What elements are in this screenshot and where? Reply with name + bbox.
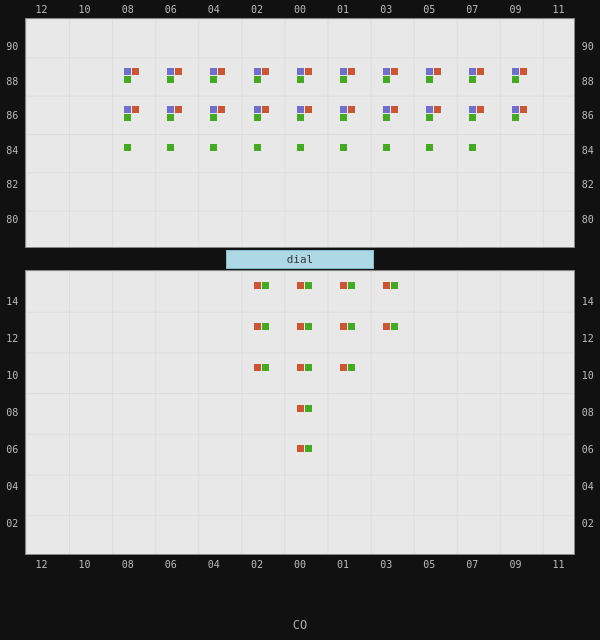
seat-cluster — [210, 144, 228, 151]
dial-button[interactable]: dial — [226, 250, 375, 269]
seat — [426, 144, 433, 151]
top-axis: 12 10 08 06 04 02 00 01 03 05 07 09 11 — [0, 0, 600, 18]
seat — [383, 114, 390, 121]
axis-label: 08 — [106, 559, 149, 570]
axis-label: 07 — [451, 559, 494, 570]
seat — [305, 445, 312, 452]
row-label: 88 — [582, 76, 594, 87]
seat-cluster — [383, 106, 401, 121]
seat — [512, 114, 519, 121]
seat-cluster — [469, 106, 487, 121]
axis-label: 04 — [192, 559, 235, 570]
seat — [391, 68, 398, 75]
dial-container: dial — [20, 248, 580, 270]
axis-label: 02 — [235, 559, 278, 570]
seat — [124, 76, 131, 83]
seat — [254, 323, 261, 330]
seat — [167, 144, 174, 151]
row-label: 14 — [6, 296, 18, 307]
seat — [340, 323, 347, 330]
axis-label: 07 — [451, 4, 494, 15]
seat — [520, 106, 527, 113]
seat-cluster — [340, 68, 358, 83]
row-label: 12 — [6, 333, 18, 344]
seat-cluster — [426, 68, 444, 83]
row-label: 12 — [582, 333, 594, 344]
row-label: 10 — [6, 370, 18, 381]
axis-label: 06 — [149, 559, 192, 570]
seat-cluster — [383, 144, 401, 151]
seat — [383, 106, 390, 113]
seat-cluster — [383, 323, 401, 330]
row-label: 10 — [582, 370, 594, 381]
seat — [469, 76, 476, 83]
axis-label: 11 — [537, 559, 580, 570]
seat — [297, 405, 304, 412]
seat — [305, 323, 312, 330]
row-label: 08 — [582, 407, 594, 418]
seat — [512, 106, 519, 113]
seat — [254, 282, 261, 289]
seat — [426, 76, 433, 83]
seat — [124, 144, 131, 151]
seat-cluster — [167, 68, 185, 83]
main-container: 12 10 08 06 04 02 00 01 03 05 07 09 11 9… — [0, 0, 600, 640]
seat — [477, 106, 484, 113]
seat — [340, 106, 347, 113]
seat-cluster — [124, 68, 142, 83]
row-label: 82 — [582, 179, 594, 190]
row-label: 04 — [582, 481, 594, 492]
seat — [124, 106, 131, 113]
seat — [218, 106, 225, 113]
row-label: 88 — [6, 76, 18, 87]
seat — [297, 323, 304, 330]
seat — [124, 114, 131, 121]
seat — [340, 68, 347, 75]
seat-cluster — [297, 282, 315, 289]
seat — [210, 106, 217, 113]
seat — [383, 282, 390, 289]
row-label: 08 — [6, 407, 18, 418]
seat — [262, 323, 269, 330]
bottom-seats-container — [26, 271, 575, 554]
row-label: 84 — [582, 145, 594, 156]
seat — [383, 68, 390, 75]
seat-cluster — [210, 68, 228, 83]
seat — [297, 144, 304, 151]
seat-cluster — [297, 106, 315, 121]
seat-cluster — [254, 364, 272, 371]
seat — [305, 405, 312, 412]
seat — [254, 106, 261, 113]
seat — [348, 68, 355, 75]
seat — [297, 106, 304, 113]
seat — [297, 364, 304, 371]
seat — [254, 144, 261, 151]
seat — [469, 68, 476, 75]
top-panel-wrapper: 90 88 86 84 82 80 90 — [0, 18, 600, 248]
co-label: CO — [293, 618, 307, 632]
seat-cluster — [469, 68, 487, 83]
seat — [210, 76, 217, 83]
row-label: 82 — [6, 179, 18, 190]
row-label: 04 — [6, 481, 18, 492]
seat-cluster — [297, 405, 315, 412]
row-label: 90 — [6, 41, 18, 52]
seat-cluster — [340, 364, 358, 371]
row-label: 14 — [582, 296, 594, 307]
seat — [305, 68, 312, 75]
axis-label: 00 — [278, 559, 321, 570]
seat — [210, 68, 217, 75]
seat-cluster — [469, 144, 487, 151]
seat — [297, 114, 304, 121]
axis-label: 05 — [408, 559, 451, 570]
seat — [477, 68, 484, 75]
seat — [383, 144, 390, 151]
bottom-seating-grid — [25, 270, 576, 555]
axis-label: 01 — [322, 4, 365, 15]
seat-cluster — [254, 144, 272, 151]
axis-label: 00 — [278, 4, 321, 15]
seat-cluster — [426, 106, 444, 121]
seat — [426, 114, 433, 121]
seat — [305, 282, 312, 289]
seat — [210, 144, 217, 151]
